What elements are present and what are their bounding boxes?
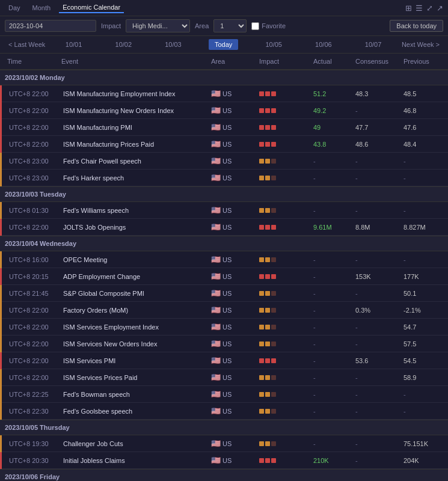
cell-impact [257,207,311,214]
cell-consensus: - [353,156,401,166]
cell-event: ISM Manufacturing Prices Paid [61,139,209,149]
flag-icon: 🇺🇸 [211,272,221,281]
table-row[interactable]: UTC+8 20:30Initial Jobless Claims🇺🇸US210… [0,452,448,469]
cell-time: UTC+8 22:00 [7,322,61,332]
grid-icon[interactable]: ⊞ [405,4,412,13]
tab-day[interactable]: Day [5,3,24,13]
cell-area: 🇺🇸US [209,138,257,150]
cell-actual: - [311,289,353,298]
cell-event: Factory Orders (MoM) [61,305,209,315]
tab-month[interactable]: Month [29,3,55,13]
cell-consensus: - [353,173,401,183]
col-event: Event [59,57,209,66]
table-row[interactable]: UTC+8 22:00ISM Manufacturing Prices Paid… [0,136,448,153]
cell-event: S&P Global Composite PMI [61,289,209,298]
cell-previous: 75.151K [401,439,443,449]
cell-event: ISM Services New Orders Index [61,339,209,349]
cell-area: 🇺🇸US [209,172,257,183]
table-row[interactable]: UTC+8 19:30Challenger Job Cuts🇺🇸US--75.1… [0,435,448,452]
col-consensus: Consensus [353,57,401,66]
cell-impact [257,90,311,97]
date-tab-1003[interactable]: 10/03 [159,39,188,50]
popout-icon[interactable]: ↗ [437,4,443,13]
cell-area: 🇺🇸US [209,388,257,400]
cell-area: 🇺🇸US [209,155,257,167]
table-row[interactable]: UTC+8 22:00Factory Orders (MoM)🇺🇸US-0.3%… [0,302,448,319]
cell-time: UTC+8 22:00 [7,106,61,115]
list-icon[interactable]: ☰ [416,4,423,13]
cell-event: Challenger Job Cuts [61,439,209,449]
date-tab-1007[interactable]: 10/07 [359,39,388,50]
table-row[interactable]: UTC+8 22:25Fed's Bowman speech🇺🇸US--- [0,386,448,403]
table-row[interactable]: UTC+8 22:30Fed's Goolsbee speech🇺🇸US--- [0,403,448,420]
table-row[interactable]: UTC+8 22:00ISM Services PMI🇺🇸US-53.654.5 [0,352,448,369]
impact-dots [259,176,308,180]
cell-previous: 46.8 [401,106,443,115]
cell-previous: 204K [401,456,443,465]
table-row[interactable]: UTC+8 01:30Fed's Williams speech🇺🇸US--- [0,202,448,219]
back-today-button[interactable]: Back to today [390,20,443,32]
col-area: Area [209,57,257,66]
area-text: US [222,273,232,280]
cell-actual: - [311,305,353,315]
cell-area: 🇺🇸US [209,455,257,466]
table-row[interactable]: UTC+8 22:00ISM Services New Orders Index… [0,335,448,352]
impact-select[interactable]: High Medi... [126,19,190,32]
cell-impact [257,307,311,314]
favorite-label: Favorite [262,22,286,29]
impact-dots [259,225,308,230]
date-tab-today[interactable]: Today [209,39,238,50]
cell-actual: - [311,206,353,215]
cell-event: ISM Manufacturing New Orders Index [61,106,209,115]
date-group-header: 2023/10/05 Thursday [0,420,448,435]
cell-previous: 54.7 [401,322,443,332]
date-tab-1005[interactable]: 10/05 [259,39,288,50]
cell-event: Fed's Harker speech [61,173,209,183]
area-text: US [222,357,232,364]
table-row[interactable]: UTC+8 22:00ISM Manufacturing PMI🇺🇸US4947… [0,119,448,136]
cell-previous: - [401,156,443,166]
cell-impact [257,440,311,447]
cell-actual: - [311,255,353,265]
impact-label: Impact [101,22,121,29]
date-tab-1006[interactable]: 10/06 [309,39,338,50]
table-row[interactable]: UTC+8 22:00ISM Manufacturing Employment … [0,85,448,102]
cell-consensus: - [353,373,401,382]
favorite-checkbox-label[interactable]: Favorite [251,22,286,30]
flag-icon: 🇺🇸 [211,339,221,348]
table-row[interactable]: UTC+8 22:00JOLTS Job Openings🇺🇸US9.61M8.… [0,219,448,236]
cell-area: 🇺🇸US [209,405,257,417]
table-row[interactable]: UTC+8 23:00Fed's Chair Powell speech🇺🇸US… [0,153,448,170]
table-row[interactable]: UTC+8 22:00ISM Services Employment Index… [0,319,448,335]
cell-previous: 47.6 [401,123,443,132]
date-input[interactable] [5,20,96,32]
cell-time: UTC+8 22:00 [7,89,61,99]
area-select[interactable]: 1 [213,19,247,32]
date-tab-1001[interactable]: 10/01 [60,39,88,50]
date-tabs: 10/01 10/02 10/03 Today 10/05 10/06 10/0… [49,39,398,50]
cell-time: UTC+8 22:25 [7,390,61,399]
date-group-header: 2023/10/06 Friday [0,469,448,481]
table-header: Time Event Area Impact Actual Consensus … [0,54,448,70]
date-tab-1002[interactable]: 10/02 [109,39,138,50]
table-row[interactable]: UTC+8 22:00ISM Manufacturing New Orders … [0,102,448,119]
cell-time: UTC+8 22:00 [7,222,61,232]
table-row[interactable]: UTC+8 16:00OPEC Meeting🇺🇸US--- [0,251,448,268]
table-row[interactable]: UTC+8 22:00ISM Services Prices Paid🇺🇸US-… [0,369,448,386]
area-text: US [222,307,232,314]
cell-time: UTC+8 22:00 [7,139,61,149]
cell-area: 🇺🇸US [209,105,257,116]
cell-event: ADP Employment Change [61,272,209,281]
table-row[interactable]: UTC+8 21:45S&P Global Composite PMI🇺🇸US-… [0,285,448,302]
table-row[interactable]: UTC+8 23:00Fed's Harker speech🇺🇸US--- [0,170,448,186]
favorite-checkbox[interactable] [251,22,259,30]
prev-week-button[interactable]: < Last Week [5,40,49,49]
expand-icon[interactable]: ⤢ [426,4,433,13]
cell-event: ISM Services PMI [61,356,209,366]
table-row[interactable]: UTC+8 20:15ADP Employment Change🇺🇸US-153… [0,268,448,285]
next-week-button[interactable]: Next Week > [398,40,443,49]
cell-impact [257,141,311,148]
cell-consensus: 0.3% [353,305,401,315]
cell-impact [257,174,311,182]
tab-economic-calendar[interactable]: Economic Calendar [59,2,124,13]
